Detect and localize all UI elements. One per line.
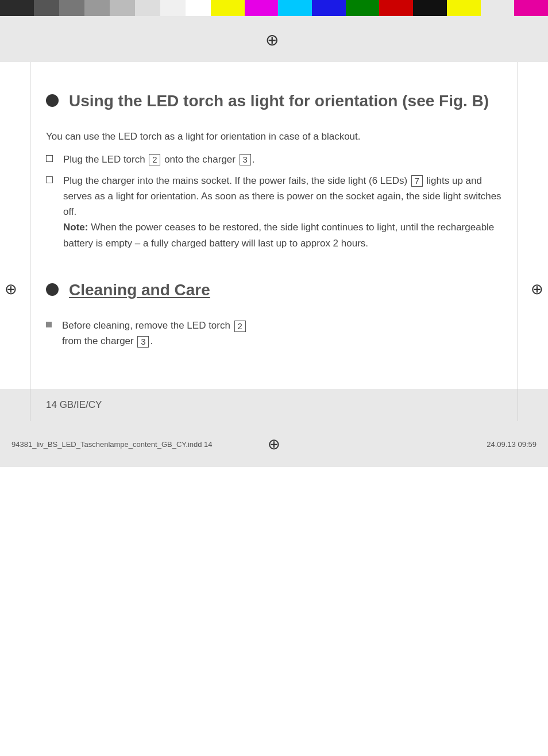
color-white <box>186 0 211 16</box>
num-box-2b: 2 <box>234 321 246 332</box>
color-light-gray <box>135 0 160 16</box>
color-lighter-gray <box>160 0 186 16</box>
num-box-7: 7 <box>411 175 423 187</box>
orientation-bullet-list: Plug the LED torch 2 onto the charger 3.… <box>46 152 502 251</box>
num-box-2a: 2 <box>149 154 160 165</box>
orientation-bullet-2: Plug the charger into the mains socket. … <box>46 173 502 251</box>
cleaning-bullet-1: Before cleaning, remove the LED torch 2 … <box>46 318 502 349</box>
color-magenta <box>245 0 279 16</box>
page-label: 14 GB/IE/CY <box>46 399 102 410</box>
cleaning-bullet-1-text: Before cleaning, remove the LED torch 2 … <box>62 318 247 349</box>
orientation-bullet-1-text: Plug the LED torch 2 onto the charger 3. <box>63 152 254 167</box>
num-box-3b: 3 <box>137 336 149 348</box>
hollow-bullet-1 <box>46 155 53 162</box>
orientation-bullet-2-text: Plug the charger into the mains socket. … <box>63 173 502 251</box>
section-cleaning-title: Cleaning and Care <box>69 280 210 300</box>
color-mid-gray2 <box>110 0 135 16</box>
color-pink <box>514 0 548 16</box>
color-bar <box>0 0 548 16</box>
bottom-bar: 94381_liv_BS_LED_Taschenlampe_content_GB… <box>0 421 548 467</box>
hollow-bullet-2 <box>46 176 53 183</box>
footer-band: 14 GB/IE/CY <box>0 389 548 421</box>
orientation-intro: You can use the LED torch as a light for… <box>46 129 502 144</box>
section-orientation-title: Using the LED torch as light for orienta… <box>69 91 489 111</box>
bullet-circle-cleaning <box>46 283 59 296</box>
color-black <box>0 0 34 16</box>
bottom-reg-mark: ⊕ <box>268 435 280 453</box>
color-yellow2 <box>447 0 481 16</box>
num-box-3a: 3 <box>240 154 251 165</box>
color-cyan <box>278 0 312 16</box>
cleaning-bullet-list: Before cleaning, remove the LED torch 2 … <box>46 318 502 349</box>
color-red <box>379 0 413 16</box>
top-reg-mark <box>265 30 283 48</box>
page-body: ⊕ ⊕ Using the LED torch as light for ori… <box>0 62 548 421</box>
main-content: Using the LED torch as light for orienta… <box>0 62 548 366</box>
bullet-circle-orientation <box>46 94 59 107</box>
filename-label: 94381_liv_BS_LED_Taschenlampe_content_GB… <box>11 440 213 449</box>
top-band <box>0 16 548 62</box>
color-green <box>346 0 380 16</box>
color-yellow <box>211 0 245 16</box>
color-dark-gray1 <box>34 0 59 16</box>
orientation-bullet-1: Plug the LED torch 2 onto the charger 3. <box>46 152 502 167</box>
section-orientation-heading: Using the LED torch as light for orienta… <box>46 91 502 111</box>
timestamp-label: 24.09.13 09:59 <box>487 440 537 449</box>
color-blue <box>312 0 346 16</box>
note-label: Note: <box>63 222 88 233</box>
square-bullet-1 <box>46 322 52 327</box>
color-mid-gray1 <box>84 0 110 16</box>
color-silver <box>481 0 515 16</box>
color-near-black <box>413 0 447 16</box>
section-cleaning-heading: Cleaning and Care <box>46 280 502 300</box>
color-dark-gray2 <box>59 0 84 16</box>
